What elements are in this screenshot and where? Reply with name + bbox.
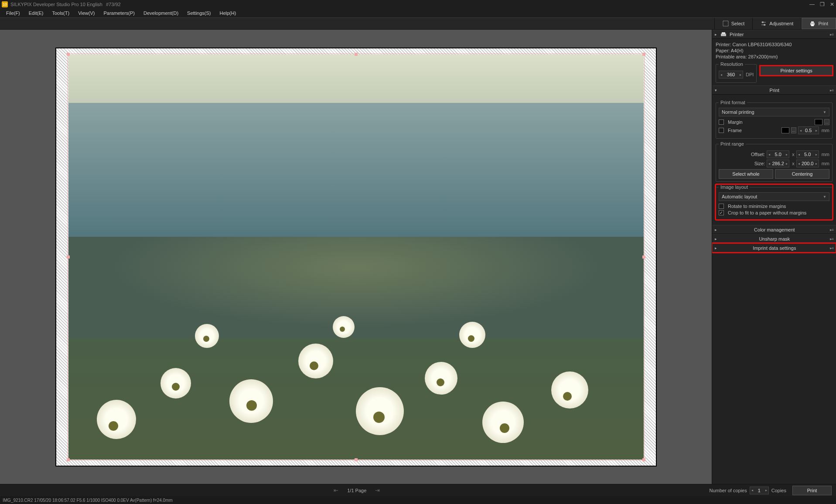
- chevron-right-icon: ▸: [715, 237, 719, 241]
- margin-checkbox[interactable]: [719, 119, 724, 125]
- menu-view[interactable]: View(V): [74, 10, 99, 17]
- margin-color-picker-button[interactable]: …: [824, 119, 829, 125]
- chevron-down-icon: ▼: [823, 110, 826, 114]
- window-restore-icon[interactable]: ❐: [820, 1, 825, 7]
- spinner-up-icon[interactable]: ▸: [764, 488, 768, 492]
- spinner-down-icon[interactable]: ◂: [750, 488, 754, 492]
- spinner-up-icon[interactable]: ▸: [785, 153, 789, 157]
- prev-page-icon[interactable]: ⇤: [334, 487, 338, 494]
- printer-icon: [720, 31, 727, 37]
- tab-print-label: Print: [818, 21, 828, 26]
- rotate-checkbox[interactable]: [719, 204, 724, 209]
- spinner-down-icon[interactable]: ◂: [798, 129, 803, 133]
- resolution-value[interactable]: 360: [723, 72, 738, 77]
- margin-color-swatch[interactable]: [815, 119, 822, 125]
- resolution-unit: DPI: [746, 72, 754, 77]
- app-logo-icon: 10: [2, 1, 8, 7]
- section-color-management-header[interactable]: ▸ Color management ▸≡: [712, 225, 836, 234]
- menu-settings[interactable]: Settings(S): [183, 10, 215, 17]
- spinner-up-icon[interactable]: ▸: [738, 73, 743, 77]
- section-unsharp-mask-header[interactable]: ▸ Unsharp mask ▸≡: [712, 234, 836, 243]
- print-button[interactable]: Print: [792, 486, 832, 495]
- print-format-dropdown[interactable]: Normal printing ▼: [719, 108, 829, 116]
- offset-unit: mm: [822, 152, 829, 157]
- image-layout-dropdown[interactable]: Automatic layout ▼: [719, 192, 829, 201]
- offset-x-value[interactable]: 5.0: [771, 152, 785, 157]
- size-w-value[interactable]: 286.2: [771, 161, 785, 166]
- section-menu-icon[interactable]: ▸≡: [830, 237, 833, 241]
- resolution-spinner[interactable]: ◂ 360 ▸: [719, 71, 743, 78]
- frame-color-picker-button[interactable]: …: [791, 127, 796, 133]
- size-dim-x: x: [792, 161, 795, 166]
- size-w-spinner[interactable]: ◂286.2▸: [767, 160, 789, 167]
- window-close-icon[interactable]: ✕: [830, 1, 834, 7]
- print-format-legend: Print format: [719, 100, 747, 105]
- spinner-up-icon[interactable]: ▸: [814, 153, 819, 157]
- section-menu-icon[interactable]: ▸≡: [830, 32, 833, 37]
- size-h-value[interactable]: 200.0: [801, 161, 814, 166]
- section-printer-header[interactable]: ▸ Printer ▸≡: [712, 30, 836, 39]
- printer-settings-button[interactable]: Printer settings: [760, 66, 833, 75]
- spinner-up-icon[interactable]: ▸: [814, 162, 819, 166]
- section-unsharp-mask-label: Unsharp mask: [719, 236, 830, 242]
- chevron-right-icon: ▸: [715, 32, 719, 37]
- section-menu-icon[interactable]: ▸≡: [830, 246, 833, 250]
- section-menu-icon[interactable]: ▸≡: [830, 228, 833, 232]
- menu-parameters[interactable]: Parameters(P): [99, 10, 139, 17]
- menu-help[interactable]: Help(H): [215, 10, 241, 17]
- frame-checkbox[interactable]: [719, 128, 724, 133]
- copies-label: Number of copies: [710, 488, 747, 493]
- size-h-spinner[interactable]: ◂200.0▸: [796, 160, 819, 167]
- spinner-down-icon[interactable]: ◂: [767, 153, 771, 157]
- printer-icon: [809, 20, 816, 27]
- printer-area: Printable area: 287x200(mm): [716, 54, 833, 60]
- crop-checkbox[interactable]: [719, 210, 724, 215]
- centering-button[interactable]: Centering: [775, 169, 829, 179]
- image-layout-legend: Image layout: [719, 184, 750, 190]
- offset-y-spinner[interactable]: ◂5.0▸: [796, 150, 819, 158]
- spinner-down-icon[interactable]: ◂: [719, 73, 723, 77]
- copies-unit: Copies: [771, 488, 786, 493]
- paper-preview[interactable]: [56, 48, 656, 466]
- tab-select[interactable]: Select: [714, 18, 753, 29]
- spinner-up-icon[interactable]: ▸: [785, 162, 789, 166]
- svg-point-4: [764, 24, 765, 26]
- select-whole-button[interactable]: Select whole: [719, 169, 773, 179]
- copies-value[interactable]: 1: [754, 488, 764, 493]
- frame-color-swatch[interactable]: [781, 127, 789, 133]
- spinner-up-icon[interactable]: ▸: [814, 129, 819, 133]
- offset-dim-x: x: [792, 152, 795, 157]
- section-imprint-header[interactable]: ▸ Imprint data settings ▸≡: [712, 243, 836, 252]
- menu-file[interactable]: File(F): [2, 10, 24, 17]
- menu-tools[interactable]: Tools(T): [48, 10, 74, 17]
- print-preview-area[interactable]: [0, 30, 712, 484]
- offset-y-value[interactable]: 5.0: [801, 152, 814, 157]
- offset-x-spinner[interactable]: ◂5.0▸: [767, 150, 789, 158]
- titlebar: 10 SILKYPIX Developer Studio Pro 10 Engl…: [0, 0, 836, 9]
- svg-rect-7: [811, 24, 814, 26]
- side-panel: ▸ Printer ▸≡ Printer: Canon LBP6310/6330…: [712, 30, 836, 484]
- printer-paper: Paper: A4(H): [716, 48, 833, 54]
- frame-width-value[interactable]: 0.5: [803, 128, 814, 133]
- tab-adjustment[interactable]: Adjustment: [752, 18, 801, 29]
- resolution-legend: Resolution: [719, 61, 745, 67]
- copies-spinner[interactable]: ◂ 1 ▸: [750, 487, 769, 494]
- next-page-icon[interactable]: ⇥: [375, 487, 380, 494]
- spinner-down-icon[interactable]: ◂: [797, 162, 801, 166]
- tab-print[interactable]: Print: [801, 18, 836, 29]
- image-layout-value: Automatic layout: [722, 194, 757, 199]
- frame-label: Frame: [728, 128, 780, 133]
- menu-development[interactable]: Development(D): [139, 10, 183, 17]
- offset-label: Offset:: [751, 152, 765, 157]
- section-print-header[interactable]: ▾ Print ▸≡: [712, 85, 836, 95]
- spinner-down-icon[interactable]: ◂: [767, 162, 771, 166]
- window-minimize-icon[interactable]: —: [809, 1, 815, 7]
- app-title: SILKYPIX Developer Studio Pro 10 English: [10, 2, 102, 7]
- spinner-down-icon[interactable]: ◂: [797, 153, 801, 157]
- section-print-body: Print format Normal printing ▼ Margin … …: [712, 95, 836, 225]
- menu-edit[interactable]: Edit(E): [24, 10, 48, 17]
- frame-width-spinner[interactable]: ◂ 0.5 ▸: [798, 126, 819, 134]
- section-menu-icon[interactable]: ▸≡: [830, 88, 833, 92]
- sliders-icon: [761, 20, 767, 27]
- size-unit: mm: [822, 161, 829, 166]
